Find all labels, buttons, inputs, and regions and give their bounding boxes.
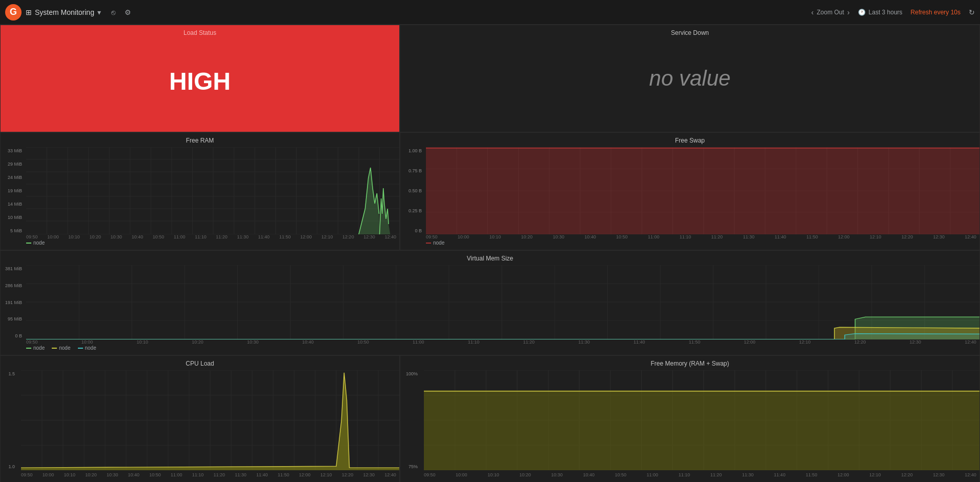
dashboard-grid: Load Status HIGH Service Down no value F…	[0, 25, 980, 482]
free-memory-yaxis: 100% 75%	[401, 370, 420, 470]
free-memory-panel: Free Memory (RAM + Swap) 100% 75%	[400, 355, 980, 482]
app-logo[interactable]: G	[5, 4, 22, 21]
dropdown-arrow-icon[interactable]: ▾	[97, 8, 101, 16]
topnav: G ⊞ System Monitoring ▾ ⎋ ⚙ ‹ Zoom Out ›…	[0, 0, 980, 25]
cpu-load-title: CPU Load	[1, 360, 399, 367]
free-memory-chart	[424, 370, 979, 470]
free-swap-legend: node	[426, 240, 444, 246]
load-status-value: HIGH	[169, 67, 231, 95]
settings-button[interactable]: ⚙	[122, 7, 133, 17]
free-swap-chart	[426, 147, 979, 234]
free-swap-title: Free Swap	[400, 137, 979, 144]
free-ram-legend: node	[26, 240, 45, 246]
free-memory-xaxis: 09:50 10:00 10:10 10:20 10:30 10:40 10:5…	[424, 472, 976, 477]
service-down-value: no value	[649, 66, 731, 91]
service-down-panel: Service Down no value	[400, 25, 980, 132]
virtual-mem-panel: Virtual Mem Size 381 MiB 286 MiB 191 MiB…	[0, 250, 980, 355]
free-ram-title: Free RAM	[1, 137, 399, 144]
clock-icon: 🕐	[858, 9, 866, 16]
zoom-out-label: Zoom Out	[817, 9, 844, 16]
virtual-mem-xaxis: 09:50 10:00 10:10 10:20 10:30 10:40 10:5…	[26, 339, 976, 345]
free-ram-chart	[26, 147, 399, 234]
load-status-panel: Load Status HIGH	[0, 25, 400, 132]
virtual-mem-title: Virtual Mem Size	[1, 255, 979, 262]
dashboard-title: System Monitoring	[35, 8, 94, 16]
zoom-prev-button[interactable]: ‹	[811, 8, 814, 16]
service-down-title: Service Down	[400, 29, 979, 36]
refresh-label[interactable]: Refresh every 10s	[911, 9, 961, 16]
virtual-mem-chart	[26, 265, 979, 339]
cpu-load-xaxis: 09:50 10:00 10:10 10:20 10:30 10:40 10:5…	[21, 472, 396, 477]
free-ram-panel: Free RAM 33 MiB 29 MiB 24 MiB 19 MiB 14 …	[0, 132, 400, 250]
share-button[interactable]: ⎋	[109, 7, 117, 17]
svg-marker-74	[26, 327, 979, 339]
load-status-title: Load Status	[1, 29, 399, 36]
zoom-controls: ‹ Zoom Out ›	[811, 8, 850, 16]
virtual-mem-yaxis: 381 MiB 286 MiB 191 MiB 95 MiB 0 B	[2, 265, 25, 339]
zoom-next-button[interactable]: ›	[847, 8, 850, 16]
topnav-actions: ⎋ ⚙	[109, 7, 133, 17]
refresh-button[interactable]: ↻	[969, 8, 975, 16]
free-swap-yaxis: 1.00 B 0.75 B 0.50 B 0.25 B 0 B	[401, 147, 425, 234]
cpu-load-chart	[21, 370, 399, 470]
free-swap-panel: Free Swap 1.00 B 0.75 B 0.50 B 0.25 B 0 …	[400, 132, 980, 250]
svg-marker-25	[359, 168, 380, 234]
time-range-selector[interactable]: 🕐 Last 3 hours	[858, 9, 903, 16]
cpu-load-yaxis: 1.5 1.0	[2, 370, 17, 470]
time-range-label: Last 3 hours	[869, 9, 903, 16]
free-ram-yaxis: 33 MiB 29 MiB 24 MiB 19 MiB 14 MiB 10 Mi…	[2, 147, 25, 234]
cpu-load-panel: CPU Load 1.5 1.0	[0, 355, 400, 482]
free-swap-xaxis: 09:50 10:00 10:10 10:20 10:30 10:40 10:5…	[426, 234, 976, 239]
svg-rect-49	[426, 147, 979, 234]
free-ram-xaxis: 09:50 10:00 10:10 10:20 10:30 10:40 10:5…	[26, 234, 396, 239]
virtual-mem-legend: node node node	[26, 345, 96, 351]
free-memory-title: Free Memory (RAM + Swap)	[400, 360, 979, 367]
apps-grid-icon: ⊞	[26, 8, 32, 16]
svg-rect-121	[424, 390, 979, 470]
topnav-right: ‹ Zoom Out › 🕐 Last 3 hours Refresh ever…	[811, 8, 975, 16]
app-title-area: ⊞ System Monitoring ▾	[26, 8, 101, 16]
